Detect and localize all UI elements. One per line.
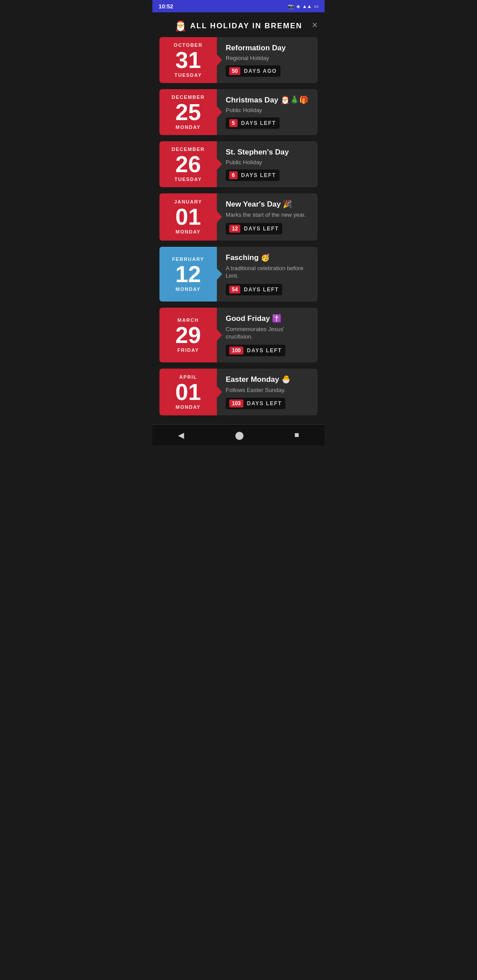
activity-icon: ◈ — [296, 4, 300, 9]
holiday-name-6: Easter Monday 🐣 — [226, 375, 311, 384]
badge-text-6: DAYS LEFT — [247, 400, 282, 407]
date-block-2: DECEMBER 26 TUESDAY — [159, 141, 217, 187]
info-block-6: Easter Monday 🐣 Follows Easter Sunday. 1… — [217, 369, 318, 416]
badge-number-1: 5 — [229, 119, 238, 127]
home-button[interactable]: ⬤ — [235, 430, 244, 440]
notification-icon: 📷 — [288, 4, 294, 9]
date-weekday-1: MONDAY — [176, 124, 201, 130]
date-block-6: APRIL 01 MONDAY — [159, 369, 217, 416]
holiday-card-1[interactable]: DECEMBER 25 MONDAY Christmas Day 🎅🎄🎁 Pub… — [159, 89, 318, 135]
date-month-5: MARCH — [178, 317, 199, 323]
info-block-2: St. Stephen's Day Public Holiday 6 DAYS … — [217, 141, 318, 187]
holiday-name-4: Fasching 🥳 — [226, 253, 311, 262]
date-month-4: FEBRUARY — [172, 256, 204, 262]
badge-text-4: DAYS LEFT — [244, 286, 279, 293]
holiday-name-0: Reformation Day — [226, 44, 311, 53]
days-badge-0: 50 DAYS AGO — [226, 65, 280, 77]
badge-number-6: 103 — [229, 400, 243, 407]
info-block-5: Good Friday ✝️ Commemorates Jesus' cruci… — [217, 308, 318, 362]
date-block-0: OCTOBER 31 TUESDAY — [159, 37, 217, 83]
badge-number-0: 50 — [229, 67, 240, 75]
signal-icon: ▲▲ — [302, 4, 312, 9]
holiday-card-3[interactable]: JANUARY 01 MONDAY New Year's Day 🎉 Marks… — [159, 193, 318, 241]
date-day-3: 01 — [175, 205, 201, 228]
holiday-name-3: New Year's Day 🎉 — [226, 200, 311, 209]
days-badge-3: 12 DAYS LEFT — [226, 223, 282, 234]
holiday-card-2[interactable]: DECEMBER 26 TUESDAY St. Stephen's Day Pu… — [159, 141, 318, 187]
holiday-desc-5: Commemorates Jesus' crucifixion. — [226, 325, 311, 341]
nav-bar: ◀ ⬤ ■ — [152, 424, 325, 445]
date-day-1: 25 — [175, 101, 201, 124]
status-icons: 📷 ◈ ▲▲ ▭ — [288, 4, 318, 9]
battery-icon: ▭ — [314, 4, 318, 9]
recents-button[interactable]: ■ — [295, 430, 299, 440]
status-bar: 10:52 📷 ◈ ▲▲ ▭ — [152, 0, 325, 12]
date-weekday-6: MONDAY — [176, 404, 201, 410]
date-weekday-2: TUESDAY — [174, 177, 202, 182]
date-block-4: FEBRUARY 12 MONDAY — [159, 247, 217, 302]
holiday-desc-6: Follows Easter Sunday. — [226, 386, 311, 394]
holiday-card-5[interactable]: MARCH 29 FRIDAY Good Friday ✝️ Commemora… — [159, 308, 318, 362]
holiday-card-6[interactable]: APRIL 01 MONDAY Easter Monday 🐣 Follows … — [159, 369, 318, 416]
badge-text-3: DAYS LEFT — [244, 226, 279, 232]
holiday-name-2: St. Stephen's Day — [226, 148, 311, 157]
holiday-type-0: Regional Holiday — [226, 55, 311, 61]
back-button[interactable]: ◀ — [178, 430, 184, 440]
date-block-1: DECEMBER 25 MONDAY — [159, 89, 217, 135]
days-badge-2: 6 DAYS LEFT — [226, 170, 280, 181]
info-block-1: Christmas Day 🎅🎄🎁 Public Holiday 5 DAYS … — [217, 89, 318, 135]
date-block-5: MARCH 29 FRIDAY — [159, 308, 217, 362]
page-header: × 🎅 ALL HOLIDAY IN BREMEN — [152, 12, 325, 37]
badge-number-3: 12 — [229, 225, 240, 233]
date-day-6: 01 — [175, 381, 201, 403]
days-badge-1: 5 DAYS LEFT — [226, 117, 280, 129]
badge-text-1: DAYS LEFT — [241, 120, 276, 126]
badge-text-0: DAYS AGO — [244, 68, 276, 74]
date-weekday-3: MONDAY — [176, 229, 201, 234]
date-weekday-4: MONDAY — [176, 286, 201, 292]
date-weekday-0: TUESDAY — [174, 72, 202, 78]
date-weekday-5: FRIDAY — [178, 347, 199, 353]
days-badge-5: 100 DAYS LEFT — [226, 345, 285, 356]
badge-number-2: 6 — [229, 171, 238, 179]
holiday-card-0[interactable]: OCTOBER 31 TUESDAY Reformation Day Regio… — [159, 37, 318, 83]
date-day-0: 31 — [175, 49, 201, 72]
badge-text-5: DAYS LEFT — [247, 347, 282, 354]
info-block-4: Fasching 🥳 A traditional celebration bef… — [217, 247, 318, 302]
holiday-name-5: Good Friday ✝️ — [226, 314, 311, 323]
holiday-type-2: Public Holiday — [226, 159, 311, 166]
holiday-desc-4: A traditional celebration before Lent. — [226, 264, 311, 280]
badge-number-5: 100 — [229, 347, 243, 354]
holiday-desc-3: Marks the start of the new year. — [226, 211, 311, 219]
holiday-card-4[interactable]: FEBRUARY 12 MONDAY Fasching 🥳 A traditio… — [159, 247, 318, 302]
days-badge-4: 54 DAYS LEFT — [226, 284, 282, 295]
info-block-3: New Year's Day 🎉 Marks the start of the … — [217, 193, 318, 241]
date-day-4: 12 — [175, 263, 201, 286]
days-badge-6: 103 DAYS LEFT — [226, 398, 285, 409]
holiday-name-1: Christmas Day 🎅🎄🎁 — [226, 95, 311, 105]
header-icon: 🎅 — [174, 20, 186, 32]
close-button[interactable]: × — [312, 20, 318, 30]
info-block-0: Reformation Day Regional Holiday 50 DAYS… — [217, 37, 318, 83]
page-title: ALL HOLIDAY IN BREMEN — [190, 22, 302, 30]
status-time: 10:52 — [159, 3, 173, 10]
badge-number-4: 54 — [229, 286, 240, 294]
holidays-list: OCTOBER 31 TUESDAY Reformation Day Regio… — [152, 37, 325, 424]
date-day-2: 26 — [175, 153, 201, 176]
date-day-5: 29 — [175, 324, 201, 347]
holiday-type-1: Public Holiday — [226, 107, 311, 113]
date-block-3: JANUARY 01 MONDAY — [159, 193, 217, 241]
badge-text-2: DAYS LEFT — [241, 172, 276, 178]
